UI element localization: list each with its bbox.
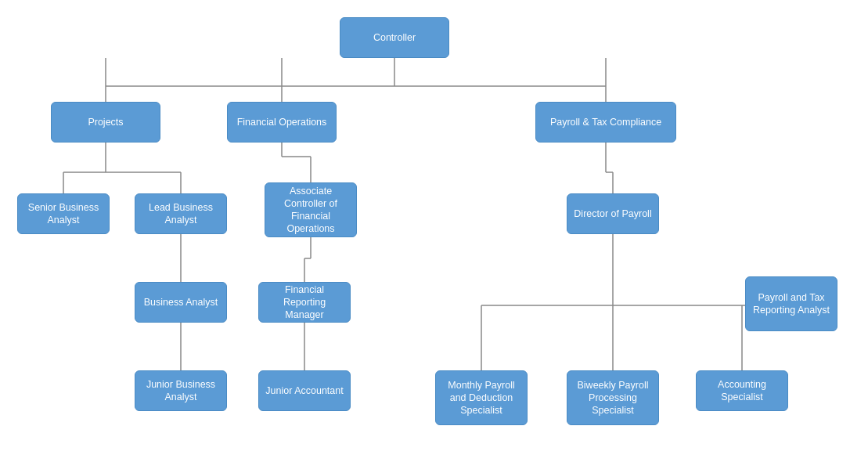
org-node-payroll_tax: Payroll & Tax Compliance [535,102,676,143]
org-node-lead_ba: Lead Business Analyst [135,193,227,234]
org-node-financial_ops: Financial Operations [227,102,337,143]
org-node-payroll_tax_analyst: Payroll and Tax Reporting Analyst [745,276,837,331]
org-node-business_analyst: Business Analyst [135,282,227,323]
org-node-director_payroll: Director of Payroll [567,193,659,234]
org-node-financial_rm: Financial Reporting Manager [258,282,351,323]
org-node-biweekly_payroll: Biweekly Payroll Processing Specialist [567,370,659,425]
org-node-monthly_payroll: Monthly Payroll and Deduction Specialist [435,370,528,425]
org-node-projects: Projects [51,102,160,143]
org-node-controller: Controller [340,17,449,58]
org-node-assoc_controller: Associate Controller of Financial Operat… [265,182,357,237]
org-chart: ControllerProjectsFinancial OperationsPa… [0,0,868,462]
org-node-accounting_spec: Accounting Specialist [696,370,788,411]
org-node-junior_accountant: Junior Accountant [258,370,351,411]
org-node-junior_ba: Junior Business Analyst [135,370,227,411]
org-node-senior_ba: Senior Business Analyst [17,193,110,234]
